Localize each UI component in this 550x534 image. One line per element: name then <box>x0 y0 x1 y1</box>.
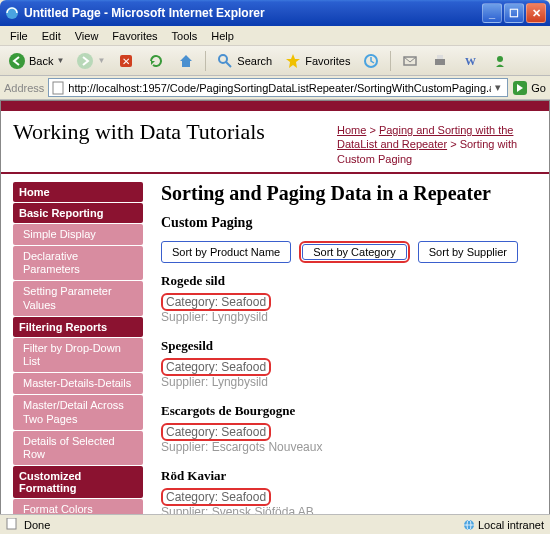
product-name: Röd Kaviar <box>161 468 535 484</box>
menubar: File Edit View Favorites Tools Help <box>0 26 550 46</box>
maximize-button[interactable]: ☐ <box>504 3 524 23</box>
address-label: Address <box>4 82 44 94</box>
svg-line-6 <box>226 62 231 67</box>
list-item: Rogede sild Category: Seafood Supplier: … <box>161 273 535 324</box>
product-name: Spegesild <box>161 338 535 354</box>
product-category: Category: Seafood <box>161 488 271 506</box>
sidebar-item-filter-dropdown[interactable]: Filter by Drop-Down List <box>13 338 143 372</box>
product-category: Category: Seafood <box>161 293 271 311</box>
sidebar-item-master-details-details[interactable]: Master-Details-Details <box>13 373 143 394</box>
search-icon <box>216 52 234 70</box>
back-label: Back <box>29 55 53 67</box>
sidebar-item-simple-display[interactable]: Simple Display <box>13 224 143 245</box>
sidebar-item-format-colors[interactable]: Format Colors <box>13 499 143 514</box>
search-button[interactable]: Search <box>212 50 276 72</box>
sort-by-supplier-button[interactable]: Sort by Supplier <box>418 241 518 263</box>
list-item: Escargots de Bourgogne Category: Seafood… <box>161 403 535 454</box>
refresh-icon <box>147 52 165 70</box>
messenger-icon <box>491 52 509 70</box>
content-subheading: Custom Paging <box>161 215 535 231</box>
print-button[interactable] <box>427 50 453 72</box>
menu-tools[interactable]: Tools <box>166 28 204 44</box>
close-button[interactable]: ✕ <box>526 3 546 23</box>
url-box[interactable]: ▾ <box>48 78 508 97</box>
breadcrumb-home[interactable]: Home <box>337 124 366 136</box>
window-title: Untitled Page - Microsoft Internet Explo… <box>24 6 482 20</box>
product-supplier: Supplier: Escargots Nouveaux <box>161 440 535 454</box>
sort-by-product-name-button[interactable]: Sort by Product Name <box>161 241 291 263</box>
svg-text:✕: ✕ <box>122 56 130 67</box>
status-text: Done <box>24 519 50 531</box>
svg-rect-9 <box>435 59 445 65</box>
svg-point-2 <box>77 53 93 69</box>
menu-favorites[interactable]: Favorites <box>106 28 163 44</box>
back-icon <box>8 52 26 70</box>
stop-icon: ✕ <box>117 52 135 70</box>
sidebar-item-master-detail-two-pages[interactable]: Master/Detail Across Two Pages <box>13 395 143 429</box>
main-content: Sorting and Paging Data in a Repeater Cu… <box>143 182 549 514</box>
product-supplier: Supplier: Svensk Sjöföda AB <box>161 505 535 514</box>
address-bar: Address ▾ Go <box>0 76 550 100</box>
history-icon <box>362 52 380 70</box>
product-supplier: Supplier: Lyngbysild <box>161 375 535 389</box>
status-bar: Done Local intranet <box>0 514 550 534</box>
svg-rect-10 <box>437 55 443 59</box>
content-heading: Sorting and Paging Data in a Repeater <box>161 182 535 205</box>
svg-point-1 <box>9 53 25 69</box>
menu-edit[interactable]: Edit <box>36 28 67 44</box>
sidebar-header-filtering-reports[interactable]: Filtering Reports <box>13 317 143 337</box>
ie-icon <box>4 5 20 21</box>
menu-help[interactable]: Help <box>205 28 240 44</box>
chevron-down-icon: ▼ <box>97 56 105 65</box>
menu-view[interactable]: View <box>69 28 105 44</box>
go-button[interactable]: Go <box>512 80 546 96</box>
sidebar-item-declarative-parameters[interactable]: Declarative Parameters <box>13 246 143 280</box>
menu-file[interactable]: File <box>4 28 34 44</box>
svg-point-5 <box>219 55 227 63</box>
product-category: Category: Seafood <box>161 423 271 441</box>
security-zone-label: Local intranet <box>478 519 544 531</box>
security-zone: Local intranet <box>463 519 544 531</box>
sidebar-item-details-selected-row[interactable]: Details of Selected Row <box>13 431 143 465</box>
home-button[interactable] <box>173 50 199 72</box>
sidebar: Home Basic Reporting Simple Display Decl… <box>13 182 143 514</box>
page-title: Working with Data Tutorials <box>13 119 337 166</box>
edit-icon: W <box>461 52 479 70</box>
mail-button[interactable] <box>397 50 423 72</box>
status-page-icon <box>6 518 18 532</box>
search-label: Search <box>237 55 272 67</box>
refresh-button[interactable] <box>143 50 169 72</box>
stop-button[interactable]: ✕ <box>113 50 139 72</box>
forward-button[interactable]: ▼ <box>72 50 109 72</box>
star-icon <box>284 52 302 70</box>
viewport: Working with Data Tutorials Home > Pagin… <box>0 100 550 514</box>
edit-button[interactable]: W <box>457 50 483 72</box>
sidebar-header-home[interactable]: Home <box>13 182 143 202</box>
list-item: Röd Kaviar Category: Seafood Supplier: S… <box>161 468 535 514</box>
minimize-button[interactable]: _ <box>482 3 502 23</box>
window-titlebar: Untitled Page - Microsoft Internet Explo… <box>0 0 550 26</box>
product-supplier: Supplier: Lyngbysild <box>161 310 535 324</box>
sidebar-header-basic-reporting[interactable]: Basic Reporting <box>13 203 143 223</box>
svg-point-0 <box>6 7 18 19</box>
sidebar-item-setting-parameter-values[interactable]: Setting Parameter Values <box>13 281 143 315</box>
svg-point-11 <box>497 56 503 62</box>
breadcrumb: Home > Paging and Sorting with the DataL… <box>337 119 537 166</box>
intranet-icon <box>463 519 475 531</box>
toolbar: Back ▼ ▼ ✕ Search Favorites W <box>0 46 550 76</box>
svg-rect-14 <box>7 518 16 529</box>
chevron-down-icon: ▼ <box>56 56 64 65</box>
history-button[interactable] <box>358 50 384 72</box>
url-input[interactable] <box>68 80 491 96</box>
sidebar-header-customized-formatting[interactable]: Customized Formatting <box>13 466 143 498</box>
favorites-button[interactable]: Favorites <box>280 50 354 72</box>
product-name: Escargots de Bourgogne <box>161 403 535 419</box>
sort-by-category-button[interactable]: Sort by Category <box>302 244 407 260</box>
back-button[interactable]: Back ▼ <box>4 50 68 72</box>
page-icon <box>51 81 65 95</box>
print-icon <box>431 52 449 70</box>
messenger-button[interactable] <box>487 50 513 72</box>
product-name: Rogede sild <box>161 273 535 289</box>
chevron-down-icon[interactable]: ▾ <box>491 81 505 94</box>
mail-icon <box>401 52 419 70</box>
